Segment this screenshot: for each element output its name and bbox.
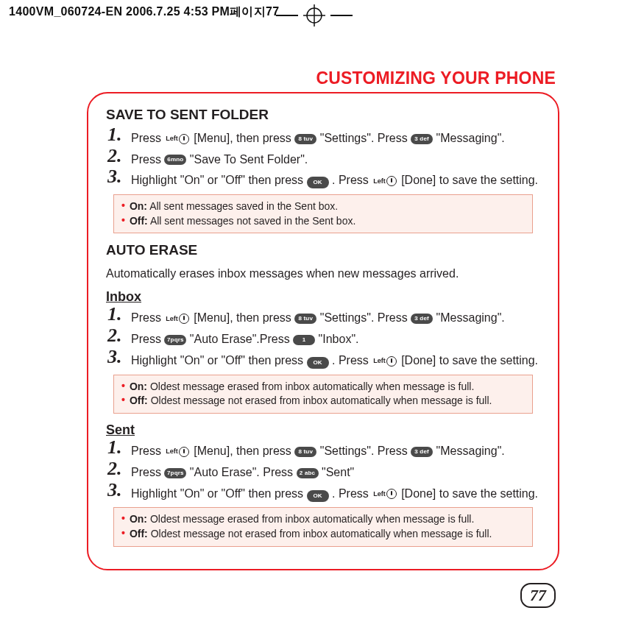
key-7-icon: 7pqrs [164, 335, 186, 345]
left-softkey-icon: Left [373, 356, 397, 367]
key-8-icon: 8 tuv [294, 314, 316, 324]
left-softkey-icon: Left [373, 176, 397, 186]
left-softkey-icon: Left [166, 447, 189, 457]
step: Highlight "On" or "Off" then press OK . … [106, 171, 540, 190]
subsection-title: Sent [106, 422, 540, 438]
key-8-icon: 8 tuv [294, 447, 316, 457]
left-softkey-icon: Left [373, 489, 397, 499]
print-header: 1400VM_060724-EN 2006.7.25 4:53 PM페이지77 [9, 6, 279, 18]
key-3-icon: 3 def [411, 447, 433, 457]
step: Press Left [Menu], then press 8 tuv "Set… [106, 442, 540, 461]
step: Press 6mno "Save To Sent Folder". [106, 151, 540, 169]
section-title: AUTO ERASE [106, 242, 540, 259]
ok-key-icon: OK [307, 490, 329, 502]
subsection-title: Inbox [106, 289, 540, 305]
key-8-icon: 8 tuv [294, 134, 316, 144]
page-number: 77 [520, 583, 556, 608]
key-2-icon: 2 abc [297, 468, 319, 478]
section-lead: Automatically erases inbox messages when… [106, 265, 540, 282]
step-list: Press Left [Menu], then press 8 tuv "Set… [106, 130, 540, 190]
key-1-icon: 1 [293, 335, 315, 345]
note-box: •On: Oldest message erased from inbox au… [113, 507, 533, 546]
key-6-icon: 6mno [164, 155, 186, 165]
ok-key-icon: OK [307, 357, 329, 369]
left-softkey-icon: Left [166, 134, 189, 144]
step: Press 7pqrs "Auto Erase". Press 2 abc "S… [106, 464, 540, 482]
left-softkey-icon: Left [166, 314, 189, 324]
step: Press Left [Menu], then press 8 tuv "Set… [106, 309, 540, 328]
note-box: •On: All sent messages saved in the Sent… [113, 194, 533, 233]
step-list: Press Left [Menu], then press 8 tuv "Set… [106, 309, 540, 369]
note-box: •On: Oldest message erased from inbox au… [113, 375, 533, 414]
registration-mark [298, 7, 330, 24]
key-3-icon: 3 def [411, 314, 433, 324]
step: Press 7pqrs "Auto Erase".Press 1 "Inbox"… [106, 330, 540, 349]
step: Highlight "On" or "Off" then press OK . … [106, 352, 540, 370]
step-list: Press Left [Menu], then press 8 tuv "Set… [106, 442, 540, 503]
step: Press Left [Menu], then press 8 tuv "Set… [106, 130, 540, 148]
step: Highlight "On" or "Off" then press OK . … [106, 485, 540, 503]
key-7-icon: 7pqrs [164, 468, 186, 478]
page-title: CUSTOMIZING YOUR PHONE [316, 70, 556, 87]
content-card: SAVE TO SENT FOLDER Press Left [Menu], t… [87, 92, 559, 570]
section-title: SAVE TO SENT FOLDER [106, 107, 540, 124]
ok-key-icon: OK [307, 177, 329, 188]
key-3-icon: 3 def [411, 134, 433, 144]
